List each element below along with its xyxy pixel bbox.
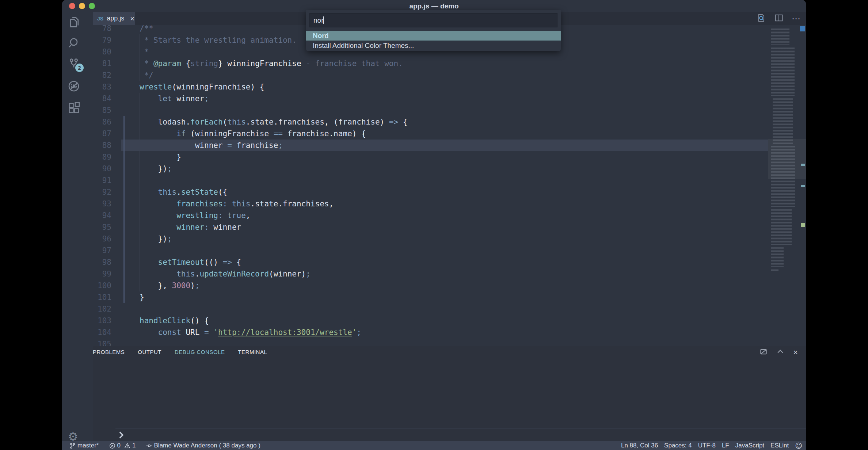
line-content: } [121, 151, 768, 163]
code-line-101[interactable]: 101} [93, 291, 768, 303]
line-number: 104 [93, 327, 111, 338]
panel-actions: × [760, 348, 798, 357]
code-line-88[interactable]: 88 winner = franchise; [93, 140, 768, 151]
branch-icon [69, 443, 76, 449]
status-item[interactable]: Ln 88, Col 36 [621, 442, 658, 449]
code-line-84[interactable]: 84 let winner; [93, 93, 768, 104]
line-number: 80 [93, 46, 111, 58]
code-line-83[interactable]: 83wrestle(winningFranchise) { [93, 81, 768, 93]
tab-app-js[interactable]: JS app.js × [93, 12, 135, 25]
code-line-98[interactable]: 98 setTimeout(() => { [93, 256, 768, 268]
line-content [121, 245, 768, 256]
close-tab-icon[interactable]: × [130, 15, 134, 22]
error-icon [109, 443, 115, 449]
feedback-smiley-icon[interactable]: ☺ [795, 442, 802, 450]
code-line-93[interactable]: 93 franchises: this.state.franchises, [93, 198, 768, 210]
code-line-87[interactable]: 87 if (winningFranchise == franchise.nam… [93, 128, 768, 140]
palette-item-1[interactable]: Install Additional Color Themes... [306, 41, 561, 50]
line-content [121, 104, 768, 116]
line-number: 105 [93, 338, 111, 346]
panel-tab-terminal[interactable]: TERMINAL [238, 349, 267, 355]
line-number: 102 [93, 303, 111, 315]
line-number: 85 [93, 104, 111, 116]
code-line-94[interactable]: 94 wrestling: true, [93, 210, 768, 221]
line-content: let winner; [121, 93, 768, 104]
minimap-code-block [771, 209, 792, 245]
palette-item-0[interactable]: Nord [306, 31, 561, 41]
status-item[interactable]: UTF-8 [698, 442, 716, 449]
line-number: 101 [93, 291, 111, 303]
code-line-90[interactable]: 90 }); [93, 163, 768, 175]
warning-count[interactable]: 1 [124, 442, 136, 449]
line-content: const URL = 'http://localhost:3001/wrest… [121, 327, 768, 338]
palette-search-input[interactable]: nor [309, 13, 557, 27]
status-item[interactable]: LF [722, 442, 729, 449]
line-content: lodash.forEach(this.state.franchises, (f… [121, 116, 768, 128]
line-content [121, 303, 768, 315]
minimap[interactable] [768, 25, 806, 346]
code-line-105[interactable]: 105 [93, 338, 768, 346]
clear-console-icon[interactable] [760, 348, 768, 357]
code-line-104[interactable]: 104 const URL = 'http://localhost:3001/w… [93, 327, 768, 338]
sidebar-item-extensions[interactable] [67, 102, 80, 115]
status-item[interactable]: JavaScript [735, 442, 764, 449]
overview-ruler-modified-mark [801, 164, 805, 166]
status-item[interactable]: Spaces: 4 [664, 442, 692, 449]
line-content [121, 175, 768, 186]
code-line-82[interactable]: 82 */ [93, 69, 768, 81]
sidebar-item-explorer[interactable] [67, 15, 80, 28]
code-line-99[interactable]: 99 this.updateWinRecord(winner); [93, 268, 768, 280]
git-branch-status[interactable]: master* [69, 442, 99, 449]
code-line-81[interactable]: 81 * @param {string} winningFranchise - … [93, 58, 768, 69]
error-count[interactable]: 0 [109, 442, 121, 449]
tab-label: app.js [107, 15, 124, 22]
panel-tab-debug-console[interactable]: DEBUG CONSOLE [175, 349, 225, 355]
code-editor[interactable]: 78/**79 * Starts the wrestling animation… [93, 25, 768, 346]
code-line-86[interactable]: 86 lodash.forEach(this.state.franchises,… [93, 116, 768, 128]
sidebar-item-search[interactable] [67, 37, 80, 50]
files-icon [67, 15, 80, 28]
sidebar-item-source-control[interactable]: 2 [67, 58, 80, 71]
sidebar-item-debug[interactable] [67, 80, 80, 93]
code-line-103[interactable]: 103handleClick() { [93, 315, 768, 327]
code-line-102[interactable]: 102 [93, 303, 768, 315]
line-number: 93 [93, 198, 111, 210]
git-blame-status[interactable]: Blame Wade Anderson ( 38 days ago ) [146, 442, 260, 449]
code-line-91[interactable]: 91 [93, 175, 768, 186]
branch-name: master* [77, 442, 99, 449]
code-line-95[interactable]: 95 winner: winner [93, 221, 768, 233]
code-line-96[interactable]: 96 }); [93, 233, 768, 245]
maximize-panel-icon[interactable] [776, 348, 784, 357]
close-panel-icon[interactable]: × [793, 350, 798, 355]
line-number: 82 [93, 69, 111, 81]
code-line-85[interactable]: 85 [93, 104, 768, 116]
console-prompt-icon[interactable] [118, 431, 124, 441]
matched-text: Nor [313, 32, 325, 39]
code-line-92[interactable]: 92 this.setState({ [93, 186, 768, 198]
line-content: handleClick() { [121, 315, 768, 327]
minimap-code-block [771, 28, 789, 45]
split-editor-icon[interactable] [774, 13, 784, 24]
code-line-89[interactable]: 89 } [93, 151, 768, 163]
panel-tab-output[interactable]: OUTPUT [138, 349, 161, 355]
line-content: franchises: this.state.franchises, [121, 198, 768, 210]
line-number: 88 [93, 140, 111, 151]
status-item[interactable]: ESLint [770, 442, 789, 449]
line-number: 81 [93, 58, 111, 69]
code-line-97[interactable]: 97 [93, 245, 768, 256]
console-input-separator [115, 428, 806, 428]
code-line-100[interactable]: 100 }, 3000); [93, 280, 768, 291]
line-content: * @param {string} winningFranchise - fra… [121, 58, 768, 69]
line-number: 95 [93, 221, 111, 233]
command-palette: nor NordInstall Additional Color Themes.… [306, 10, 561, 51]
status-bar-right: Ln 88, Col 36Spaces: 4UTF-8LFJavaScriptE… [621, 442, 806, 450]
blame-text: Blame Wade Anderson ( 38 days ago ) [154, 442, 260, 449]
item-label: Install Additional Color Themes... [313, 42, 414, 49]
javascript-file-icon: JS [97, 16, 103, 22]
minimap-slider[interactable] [768, 139, 806, 179]
open-changes-icon[interactable] [757, 13, 766, 24]
more-actions-icon[interactable]: ⋯ [792, 17, 801, 20]
line-number: 87 [93, 128, 111, 140]
palette-results-list: NordInstall Additional Color Themes... [306, 31, 561, 50]
panel-tab-problems[interactable]: PROBLEMS [93, 349, 125, 355]
